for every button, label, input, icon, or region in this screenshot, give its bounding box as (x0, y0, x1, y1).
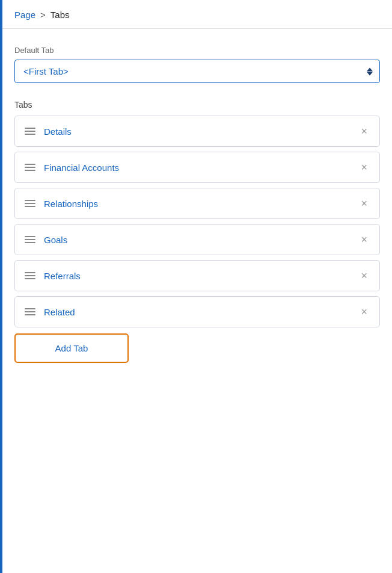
close-tab-relationships[interactable]: × (358, 197, 370, 210)
tab-item-relationships: Relationships × (14, 188, 380, 219)
tab-item-financial-accounts: Financial Accounts × (14, 152, 380, 183)
tab-item-related: Related × (14, 296, 380, 327)
content-area: Default Tab <First Tab> Details Financia… (2, 29, 392, 375)
tab-item-left-related: Related (25, 307, 75, 317)
tab-item-left-goals: Goals (25, 235, 67, 245)
tab-label-referrals: Referrals (44, 271, 81, 281)
tab-item-details: Details × (14, 116, 380, 147)
breadcrumb: Page > Tabs (2, 0, 392, 29)
close-tab-referrals[interactable]: × (358, 269, 370, 282)
panel: Page > Tabs Default Tab <First Tab> Deta… (0, 0, 392, 573)
drag-handle-relationships[interactable] (25, 200, 35, 207)
default-tab-label: Default Tab (14, 46, 380, 55)
close-tab-financial-accounts[interactable]: × (358, 161, 370, 174)
tab-item-left-referrals: Referrals (25, 271, 81, 281)
tab-label-related: Related (44, 307, 75, 317)
default-tab-select[interactable]: <First Tab> Details Financial Accounts R… (14, 60, 380, 83)
tab-label-goals: Goals (44, 235, 67, 245)
tab-item-referrals: Referrals × (14, 260, 380, 291)
breadcrumb-separator: > (40, 10, 46, 20)
tab-item-goals: Goals × (14, 224, 380, 255)
close-tab-details[interactable]: × (358, 125, 370, 138)
add-tab-button[interactable]: Add Tab (14, 333, 129, 363)
drag-handle-referrals[interactable] (25, 272, 35, 279)
drag-handle-details[interactable] (25, 128, 35, 135)
tab-item-left-relationships: Relationships (25, 199, 98, 209)
tab-item-left-financial: Financial Accounts (25, 163, 119, 173)
tabs-list: Details × Financial Accounts × (14, 116, 380, 327)
tab-item-left-details: Details (25, 126, 72, 137)
tabs-section-label: Tabs (14, 100, 380, 110)
tab-label-financial-accounts: Financial Accounts (44, 163, 119, 173)
tab-label-relationships: Relationships (44, 199, 98, 209)
drag-handle-related[interactable] (25, 308, 35, 315)
drag-handle-goals[interactable] (25, 236, 35, 243)
drag-handle-financial[interactable] (25, 164, 35, 171)
close-tab-goals[interactable]: × (358, 233, 370, 246)
breadcrumb-page[interactable]: Page (14, 10, 35, 20)
close-tab-related[interactable]: × (358, 305, 370, 318)
breadcrumb-current: Tabs (51, 10, 70, 20)
tab-label-details: Details (44, 126, 72, 137)
default-tab-select-wrapper: <First Tab> Details Financial Accounts R… (14, 60, 380, 83)
